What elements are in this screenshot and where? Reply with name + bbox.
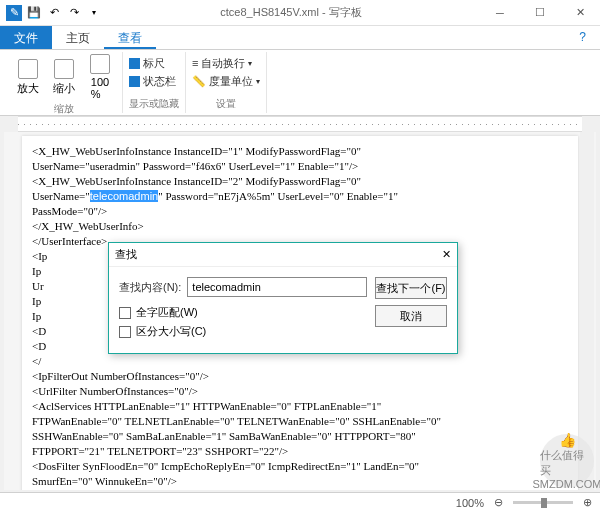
zoom-level: 100% bbox=[456, 497, 484, 509]
maximize-button[interactable]: ☐ bbox=[520, 0, 560, 26]
ruler[interactable] bbox=[18, 116, 582, 132]
zoom-in-button[interactable]: 放大 bbox=[12, 54, 44, 100]
find-input[interactable] bbox=[187, 277, 367, 297]
zoom-100-icon bbox=[90, 54, 110, 74]
zoom-out-status[interactable]: ⊖ bbox=[494, 496, 503, 509]
find-dialog: 查找 ✕ 查找内容(N): 全字匹配(W) 区分大小写(C) 查找下一个(F) … bbox=[108, 242, 458, 354]
zoom-100-button[interactable]: 100% bbox=[84, 54, 116, 100]
ribbon: 放大 缩小 100% 缩放 标尺 状态栏 显示或隐藏 ≡自动换行▾ 📏度量单位▾… bbox=[0, 50, 600, 116]
dialog-close-icon[interactable]: ✕ bbox=[442, 248, 451, 261]
close-button[interactable]: ✕ bbox=[560, 0, 600, 26]
find-next-button[interactable]: 查找下一个(F) bbox=[375, 277, 447, 299]
vertical-scrollbar[interactable] bbox=[580, 132, 594, 490]
dialog-title: 查找 bbox=[115, 247, 137, 262]
tab-view[interactable]: 查看 bbox=[104, 26, 156, 49]
ruler-checkbox[interactable]: 标尺 bbox=[129, 54, 179, 72]
zoom-in-status[interactable]: ⊕ bbox=[583, 496, 592, 509]
wrap-icon: ≡ bbox=[192, 57, 198, 69]
window-title: ctce8_HS8145V.xml - 写字板 bbox=[102, 5, 480, 20]
wordwrap-button[interactable]: ≡自动换行▾ bbox=[192, 54, 260, 72]
zoom-slider[interactable] bbox=[513, 501, 573, 504]
group-showhide-label: 显示或隐藏 bbox=[129, 97, 179, 111]
help-icon[interactable]: ? bbox=[565, 26, 600, 49]
zoom-out-icon bbox=[54, 59, 74, 79]
tab-file[interactable]: 文件 bbox=[0, 26, 52, 49]
statusbar-checkbox[interactable]: 状态栏 bbox=[129, 72, 179, 90]
title-bar: ✎ 💾 ↶ ↷ ▾ ctce8_HS8145V.xml - 写字板 ─ ☐ ✕ bbox=[0, 0, 600, 26]
zoom-out-button[interactable]: 缩小 bbox=[48, 54, 80, 100]
redo-icon[interactable]: ↷ bbox=[66, 5, 82, 21]
status-bar: 100% ⊖ ⊕ bbox=[0, 492, 600, 512]
minimize-button[interactable]: ─ bbox=[480, 0, 520, 26]
group-zoom-label: 缩放 bbox=[12, 102, 116, 116]
tab-home[interactable]: 主页 bbox=[52, 26, 104, 49]
ruler-icon: 📏 bbox=[192, 75, 206, 88]
watermark: 👍 什么值得买 SMZDM.COM bbox=[540, 434, 594, 488]
units-button[interactable]: 📏度量单位▾ bbox=[192, 72, 260, 90]
cancel-button[interactable]: 取消 bbox=[375, 305, 447, 327]
app-icon: ✎ bbox=[6, 5, 22, 21]
ribbon-tabs: 文件 主页 查看 ? bbox=[0, 26, 600, 50]
qat-dropdown-icon[interactable]: ▾ bbox=[86, 5, 102, 21]
group-settings-label: 设置 bbox=[192, 97, 260, 111]
find-label: 查找内容(N): bbox=[119, 280, 181, 295]
save-icon[interactable]: 💾 bbox=[26, 5, 42, 21]
zoom-in-icon bbox=[18, 59, 38, 79]
undo-icon[interactable]: ↶ bbox=[46, 5, 62, 21]
